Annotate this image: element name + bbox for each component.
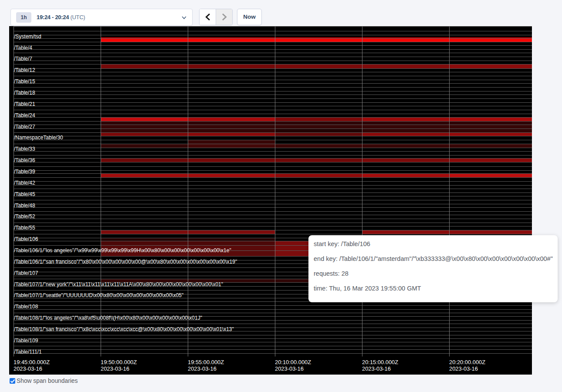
svg-text:20:10:00.000Z: 20:10:00.000Z xyxy=(275,359,311,365)
svg-text:/Table/33: /Table/33 xyxy=(14,146,35,152)
svg-text:/NamespaceTable/30: /NamespaceTable/30 xyxy=(14,135,63,141)
svg-text:19:55:00.000Z: 19:55:00.000Z xyxy=(188,359,224,365)
svg-text:/Table/7: /Table/7 xyxy=(14,56,32,62)
svg-text:/Table/21: /Table/21 xyxy=(14,101,35,107)
svg-text:/Table/106/1/"san francisco"/": /Table/106/1/"san francisco"/"\x80\x00\x… xyxy=(14,259,237,265)
svg-text:/Table/107/1/"new york"/"\x11\: /Table/107/1/"new york"/"\x11\x11\x11\x1… xyxy=(14,281,223,287)
svg-text:/Table/42: /Table/42 xyxy=(14,180,35,186)
svg-text:/Table/109: /Table/109 xyxy=(14,338,38,344)
svg-text:2023-03-16: 2023-03-16 xyxy=(275,365,304,372)
svg-text:/Table/45: /Table/45 xyxy=(14,191,35,197)
svg-text:/Table/55: /Table/55 xyxy=(14,225,35,231)
svg-text:/Table/15: /Table/15 xyxy=(14,78,35,84)
svg-text:/Table/39: /Table/39 xyxy=(14,169,35,175)
svg-text:/Table/18: /Table/18 xyxy=(14,90,35,96)
svg-text:19:45:00.000Z: 19:45:00.000Z xyxy=(14,359,50,365)
svg-text:/Table/107/1/"seattle"/"UUUUUU: /Table/107/1/"seattle"/"UUUUUUD\x00\x80\… xyxy=(14,292,183,298)
svg-text:2023-03-16: 2023-03-16 xyxy=(14,365,42,372)
svg-text:/System/tsd: /System/tsd xyxy=(14,34,41,40)
svg-text:/Table/107: /Table/107 xyxy=(14,270,38,276)
svg-text:/Table/52: /Table/52 xyxy=(14,213,35,220)
svg-text:/Table/36: /Table/36 xyxy=(14,157,35,163)
svg-text:20:20:00.000Z: 20:20:00.000Z xyxy=(449,359,485,365)
svg-text:/Table/48: /Table/48 xyxy=(14,203,35,209)
svg-text:/Table/4: /Table/4 xyxy=(14,45,32,51)
svg-text:2023-03-16: 2023-03-16 xyxy=(449,365,478,372)
svg-text:/Table/108/1/"san francisco"/": /Table/108/1/"san francisco"/"\x8c\xcc\x… xyxy=(14,326,234,332)
svg-text:/Table/106/1/"los angeles"/"\x: /Table/106/1/"los angeles"/"\x99\x99\x99… xyxy=(14,247,231,253)
svg-text:19:50:00.000Z: 19:50:00.000Z xyxy=(101,359,137,365)
svg-text:/Table/108: /Table/108 xyxy=(14,304,38,310)
svg-text:/Table/27: /Table/27 xyxy=(14,124,35,130)
svg-text:/Table/108/1/"los angeles"/"\x: /Table/108/1/"los angeles"/"\xa8\xf5\u00… xyxy=(14,315,202,321)
svg-text:2023-03-16: 2023-03-16 xyxy=(188,365,217,372)
svg-text:20:15:00.000Z: 20:15:00.000Z xyxy=(362,359,398,365)
svg-text:/Table/106: /Table/106 xyxy=(14,236,38,242)
svg-text:2023-03-16: 2023-03-16 xyxy=(362,365,391,372)
svg-text:/Table/24: /Table/24 xyxy=(14,112,35,118)
svg-text:/Table/111/1: /Table/111/1 xyxy=(14,349,42,355)
svg-text:/Table/12: /Table/12 xyxy=(14,67,35,73)
svg-text:2023-03-16: 2023-03-16 xyxy=(101,365,129,372)
